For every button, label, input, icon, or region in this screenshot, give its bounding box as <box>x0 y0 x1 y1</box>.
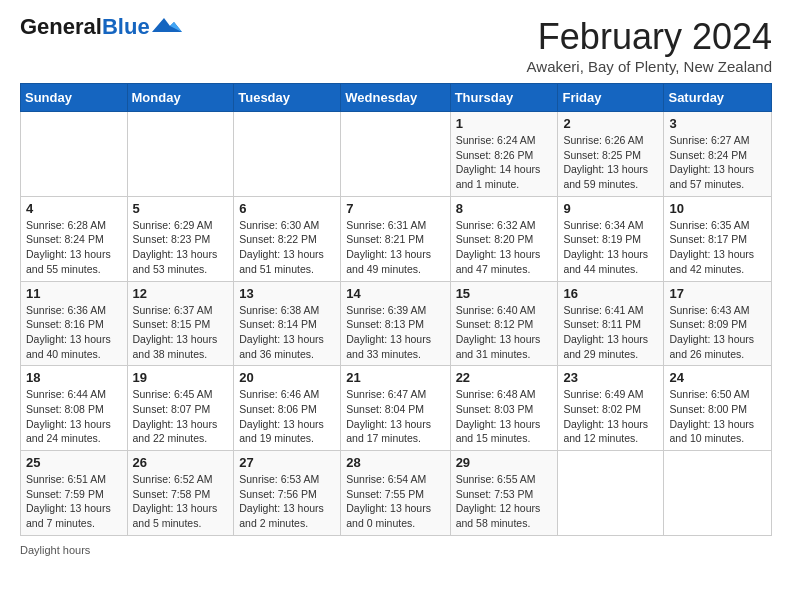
day-info: Sunrise: 6:51 AM Sunset: 7:59 PM Dayligh… <box>26 472 122 531</box>
calendar-cell <box>341 112 450 197</box>
calendar-cell: 8Sunrise: 6:32 AM Sunset: 8:20 PM Daylig… <box>450 196 558 281</box>
day-info: Sunrise: 6:30 AM Sunset: 8:22 PM Dayligh… <box>239 218 335 277</box>
day-info: Sunrise: 6:24 AM Sunset: 8:26 PM Dayligh… <box>456 133 553 192</box>
day-info: Sunrise: 6:54 AM Sunset: 7:55 PM Dayligh… <box>346 472 444 531</box>
calendar-cell: 22Sunrise: 6:48 AM Sunset: 8:03 PM Dayli… <box>450 366 558 451</box>
calendar-cell: 14Sunrise: 6:39 AM Sunset: 8:13 PM Dayli… <box>341 281 450 366</box>
calendar-cell: 20Sunrise: 6:46 AM Sunset: 8:06 PM Dayli… <box>234 366 341 451</box>
header-day: Sunday <box>21 84 128 112</box>
logo: GeneralBlue <box>20 16 182 38</box>
day-info: Sunrise: 6:39 AM Sunset: 8:13 PM Dayligh… <box>346 303 444 362</box>
day-number: 16 <box>563 286 658 301</box>
calendar-cell: 19Sunrise: 6:45 AM Sunset: 8:07 PM Dayli… <box>127 366 234 451</box>
calendar-week-row: 4Sunrise: 6:28 AM Sunset: 8:24 PM Daylig… <box>21 196 772 281</box>
calendar-cell: 25Sunrise: 6:51 AM Sunset: 7:59 PM Dayli… <box>21 451 128 536</box>
day-number: 15 <box>456 286 553 301</box>
day-info: Sunrise: 6:52 AM Sunset: 7:58 PM Dayligh… <box>133 472 229 531</box>
calendar-cell: 28Sunrise: 6:54 AM Sunset: 7:55 PM Dayli… <box>341 451 450 536</box>
day-info: Sunrise: 6:35 AM Sunset: 8:17 PM Dayligh… <box>669 218 766 277</box>
day-info: Sunrise: 6:32 AM Sunset: 8:20 PM Dayligh… <box>456 218 553 277</box>
day-number: 12 <box>133 286 229 301</box>
logo-text: GeneralBlue <box>20 16 150 38</box>
header-day: Thursday <box>450 84 558 112</box>
calendar-body: 1Sunrise: 6:24 AM Sunset: 8:26 PM Daylig… <box>21 112 772 536</box>
day-info: Sunrise: 6:40 AM Sunset: 8:12 PM Dayligh… <box>456 303 553 362</box>
day-info: Sunrise: 6:44 AM Sunset: 8:08 PM Dayligh… <box>26 387 122 446</box>
svg-marker-0 <box>152 18 182 32</box>
day-info: Sunrise: 6:34 AM Sunset: 8:19 PM Dayligh… <box>563 218 658 277</box>
calendar-cell: 23Sunrise: 6:49 AM Sunset: 8:02 PM Dayli… <box>558 366 664 451</box>
logo-general: General <box>20 14 102 39</box>
footer-text: Daylight hours <box>20 544 90 556</box>
calendar-cell: 7Sunrise: 6:31 AM Sunset: 8:21 PM Daylig… <box>341 196 450 281</box>
calendar-cell: 6Sunrise: 6:30 AM Sunset: 8:22 PM Daylig… <box>234 196 341 281</box>
calendar-cell: 27Sunrise: 6:53 AM Sunset: 7:56 PM Dayli… <box>234 451 341 536</box>
title-block: February 2024 Awakeri, Bay of Plenty, Ne… <box>527 16 772 75</box>
day-number: 2 <box>563 116 658 131</box>
header-day: Friday <box>558 84 664 112</box>
day-number: 4 <box>26 201 122 216</box>
day-info: Sunrise: 6:38 AM Sunset: 8:14 PM Dayligh… <box>239 303 335 362</box>
day-info: Sunrise: 6:47 AM Sunset: 8:04 PM Dayligh… <box>346 387 444 446</box>
calendar-cell <box>234 112 341 197</box>
calendar-cell: 21Sunrise: 6:47 AM Sunset: 8:04 PM Dayli… <box>341 366 450 451</box>
calendar-cell: 3Sunrise: 6:27 AM Sunset: 8:24 PM Daylig… <box>664 112 772 197</box>
day-info: Sunrise: 6:41 AM Sunset: 8:11 PM Dayligh… <box>563 303 658 362</box>
calendar-cell: 9Sunrise: 6:34 AM Sunset: 8:19 PM Daylig… <box>558 196 664 281</box>
day-info: Sunrise: 6:46 AM Sunset: 8:06 PM Dayligh… <box>239 387 335 446</box>
calendar-week-row: 1Sunrise: 6:24 AM Sunset: 8:26 PM Daylig… <box>21 112 772 197</box>
calendar-cell: 17Sunrise: 6:43 AM Sunset: 8:09 PM Dayli… <box>664 281 772 366</box>
calendar-cell: 26Sunrise: 6:52 AM Sunset: 7:58 PM Dayli… <box>127 451 234 536</box>
logo-icon <box>152 14 182 36</box>
day-number: 23 <box>563 370 658 385</box>
calendar-cell: 1Sunrise: 6:24 AM Sunset: 8:26 PM Daylig… <box>450 112 558 197</box>
calendar-week-row: 18Sunrise: 6:44 AM Sunset: 8:08 PM Dayli… <box>21 366 772 451</box>
day-number: 22 <box>456 370 553 385</box>
day-number: 17 <box>669 286 766 301</box>
header-day: Wednesday <box>341 84 450 112</box>
calendar-cell: 29Sunrise: 6:55 AM Sunset: 7:53 PM Dayli… <box>450 451 558 536</box>
calendar-cell: 24Sunrise: 6:50 AM Sunset: 8:00 PM Dayli… <box>664 366 772 451</box>
day-number: 21 <box>346 370 444 385</box>
day-info: Sunrise: 6:26 AM Sunset: 8:25 PM Dayligh… <box>563 133 658 192</box>
header-day: Monday <box>127 84 234 112</box>
day-number: 8 <box>456 201 553 216</box>
calendar-header: SundayMondayTuesdayWednesdayThursdayFrid… <box>21 84 772 112</box>
day-number: 18 <box>26 370 122 385</box>
month-title: February 2024 <box>527 16 772 58</box>
calendar-cell <box>664 451 772 536</box>
day-info: Sunrise: 6:31 AM Sunset: 8:21 PM Dayligh… <box>346 218 444 277</box>
calendar-cell: 2Sunrise: 6:26 AM Sunset: 8:25 PM Daylig… <box>558 112 664 197</box>
header-day: Saturday <box>664 84 772 112</box>
day-info: Sunrise: 6:55 AM Sunset: 7:53 PM Dayligh… <box>456 472 553 531</box>
calendar-cell <box>558 451 664 536</box>
footer: Daylight hours <box>20 544 772 556</box>
day-number: 20 <box>239 370 335 385</box>
day-number: 28 <box>346 455 444 470</box>
day-number: 11 <box>26 286 122 301</box>
calendar-cell: 15Sunrise: 6:40 AM Sunset: 8:12 PM Dayli… <box>450 281 558 366</box>
calendar-cell: 18Sunrise: 6:44 AM Sunset: 8:08 PM Dayli… <box>21 366 128 451</box>
location-subtitle: Awakeri, Bay of Plenty, New Zealand <box>527 58 772 75</box>
day-number: 10 <box>669 201 766 216</box>
day-number: 1 <box>456 116 553 131</box>
calendar-week-row: 11Sunrise: 6:36 AM Sunset: 8:16 PM Dayli… <box>21 281 772 366</box>
calendar-week-row: 25Sunrise: 6:51 AM Sunset: 7:59 PM Dayli… <box>21 451 772 536</box>
calendar-table: SundayMondayTuesdayWednesdayThursdayFrid… <box>20 83 772 536</box>
day-number: 24 <box>669 370 766 385</box>
day-number: 9 <box>563 201 658 216</box>
page-header: GeneralBlue February 2024 Awakeri, Bay o… <box>20 16 772 75</box>
day-info: Sunrise: 6:28 AM Sunset: 8:24 PM Dayligh… <box>26 218 122 277</box>
day-info: Sunrise: 6:43 AM Sunset: 8:09 PM Dayligh… <box>669 303 766 362</box>
day-info: Sunrise: 6:37 AM Sunset: 8:15 PM Dayligh… <box>133 303 229 362</box>
day-number: 6 <box>239 201 335 216</box>
calendar-cell: 10Sunrise: 6:35 AM Sunset: 8:17 PM Dayli… <box>664 196 772 281</box>
day-number: 29 <box>456 455 553 470</box>
logo-blue: Blue <box>102 14 150 39</box>
calendar-cell: 5Sunrise: 6:29 AM Sunset: 8:23 PM Daylig… <box>127 196 234 281</box>
day-number: 3 <box>669 116 766 131</box>
day-number: 25 <box>26 455 122 470</box>
day-number: 13 <box>239 286 335 301</box>
day-info: Sunrise: 6:53 AM Sunset: 7:56 PM Dayligh… <box>239 472 335 531</box>
day-number: 19 <box>133 370 229 385</box>
